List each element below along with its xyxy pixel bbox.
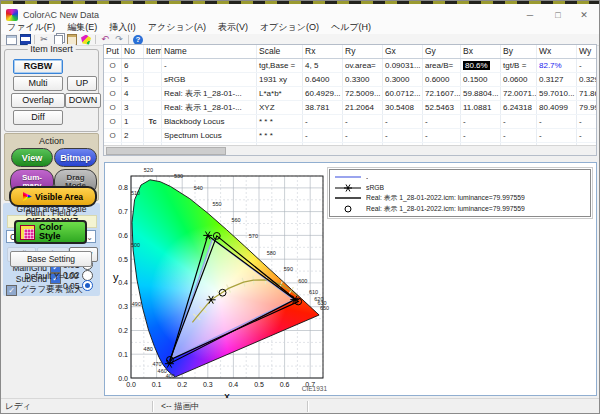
cell-gx: 0.3000 xyxy=(383,73,423,86)
grid-step-radio-0.05[interactable] xyxy=(82,280,93,291)
hscrollbar-thumb[interactable] xyxy=(106,147,226,155)
column-header-gx[interactable]: Gx xyxy=(383,45,423,58)
svg-text:580: 580 xyxy=(267,250,276,256)
svg-text:650: 650 xyxy=(320,305,329,311)
action-view-button[interactable]: View xyxy=(11,148,53,167)
column-header-put[interactable]: Put xyxy=(104,45,122,58)
svg-text:500: 500 xyxy=(131,242,140,248)
zoom-row: ✓ グラフ要素 拡大 xyxy=(6,284,82,296)
svg-text:590: 590 xyxy=(284,266,293,272)
cell-gx: 60.0712... xyxy=(383,87,423,100)
menu-item-2[interactable]: 挿入(I) xyxy=(103,21,142,34)
column-header-gy[interactable]: Gy xyxy=(423,45,461,58)
paint-field-label: Paint : Field 2 xyxy=(1,208,102,218)
svg-text:550: 550 xyxy=(212,201,221,207)
plot-toggle[interactable]: O xyxy=(104,87,122,100)
item-insert-multi-button[interactable]: Multi xyxy=(13,76,63,91)
menu-item-4[interactable]: 表示(V) xyxy=(212,21,254,34)
cell-ry: 21.2064 xyxy=(343,101,383,114)
cell-wx: 59.7010... xyxy=(537,87,577,100)
column-header-wx[interactable]: Wx xyxy=(537,45,577,58)
action-bitmap-button[interactable]: Bitmap xyxy=(54,148,97,167)
table-row[interactable]: O6-tgt,Base =4, 5ov.area=0.09031...area/… xyxy=(104,59,596,73)
cell-no: 3 xyxy=(122,101,144,114)
legend-label: Real: 表示 1_28-01-2022.icm: luminance=79.… xyxy=(366,204,525,214)
cell-gy: 52.5463 xyxy=(423,101,461,114)
item-dots-red-icon xyxy=(144,87,162,100)
cell-wx: 0.3127 xyxy=(537,73,577,86)
table-hscrollbar[interactable] xyxy=(104,145,596,155)
colorac-window: ColorAC New Data ─ □ ✕ ファイル(F)編集(E)挿入(I)… xyxy=(0,0,600,414)
visible-area-label: Visible Area xyxy=(35,192,83,202)
cell-by: 72.0071... xyxy=(501,87,537,100)
svg-text:560: 560 xyxy=(231,217,240,223)
table-row[interactable]: O2Spectrum Locus* * *-------- xyxy=(104,129,596,143)
plot-toggle[interactable]: O xyxy=(104,73,122,86)
chart-legend: - sRGB Real: 表示 1_28-01-2022.icm: lumina… xyxy=(329,169,591,217)
cell-name: Real: 表示 1_28-01-... xyxy=(162,87,257,100)
new-window-icon[interactable] xyxy=(4,34,18,45)
toolbar-separator xyxy=(95,35,96,44)
visible-area-button[interactable]: Visible Area xyxy=(9,186,97,207)
plot-toggle[interactable]: O xyxy=(104,129,122,142)
plot-toggle[interactable]: O xyxy=(104,115,122,128)
zoom-checkbox[interactable]: ✓ xyxy=(6,285,17,296)
column-header-ry[interactable]: Ry xyxy=(343,45,383,58)
cell-wx: 82.7% xyxy=(537,59,577,72)
table-row[interactable]: O5sRGB1931 xy0.64000.33000.30000.60000.1… xyxy=(104,73,596,87)
close-button[interactable]: ✕ xyxy=(571,8,597,22)
column-header-rx[interactable]: Rx xyxy=(303,45,343,58)
minimize-button[interactable]: ─ xyxy=(517,8,543,22)
item-insert-diff-button[interactable]: Diff xyxy=(13,110,63,125)
column-header-by[interactable]: By xyxy=(501,45,537,58)
plot-toggle[interactable]: O xyxy=(104,101,122,114)
color-style-button[interactable]: Color Style xyxy=(14,220,87,244)
base-setting-button[interactable]: Base Setting xyxy=(10,251,92,267)
item-down-button[interactable]: DOWN xyxy=(65,93,101,108)
cell-rx: - xyxy=(303,115,343,128)
legend-item: Real: 表示 1_28-01-2022.icm: luminance=79.… xyxy=(333,193,587,204)
svg-text:480: 480 xyxy=(144,346,153,352)
cell-scale: * * * xyxy=(257,115,303,128)
menu-item-0[interactable]: ファイル(F) xyxy=(1,21,61,34)
maximize-button[interactable]: □ xyxy=(545,8,571,22)
cell-by: - xyxy=(501,129,537,142)
column-header-name[interactable]: Name xyxy=(162,45,257,58)
menu-item-3[interactable]: アクション(A) xyxy=(142,21,212,34)
cell-gy: area/B= xyxy=(423,59,461,72)
menu-item-5[interactable]: オプション(O) xyxy=(254,21,325,34)
item-up-button[interactable]: UP xyxy=(67,76,97,91)
column-header-wy[interactable]: Wy xyxy=(577,45,597,58)
color-brush-icon[interactable] xyxy=(79,34,93,45)
item-insert-overlap-button[interactable]: Overlap xyxy=(11,93,65,108)
table-row[interactable]: O4Real: 表示 1_28-01-...L*a*b*60.4929...72… xyxy=(104,87,596,101)
item-insert-rgbw-button[interactable]: RGBW xyxy=(13,59,63,74)
column-header-no[interactable]: No xyxy=(122,45,144,58)
cell-ry: ov.area= xyxy=(343,59,383,72)
menu-item-6[interactable]: ヘルプ(H) xyxy=(325,21,377,34)
legend-item: Real: 表示 1_28-01-2022.icm: luminance=79.… xyxy=(333,204,587,215)
cell-bx: 11.0881 xyxy=(461,101,501,114)
column-header-item[interactable]: Item xyxy=(144,45,162,58)
plot-toggle[interactable]: O xyxy=(104,59,122,72)
cell-gy: - xyxy=(423,129,461,142)
svg-text:540: 540 xyxy=(194,185,203,191)
cell-by: 0.0600 xyxy=(501,73,537,86)
cell-bx: 80.6% xyxy=(461,59,501,72)
table-row[interactable]: O3Real: 表示 1_28-01-...XYZ38.78121.206430… xyxy=(104,101,596,115)
cell-name: - xyxy=(162,59,257,72)
cell-bx: 59.8804... xyxy=(461,87,501,100)
column-header-scale[interactable]: Scale xyxy=(257,45,303,58)
menu-item-1[interactable]: 編集(E) xyxy=(61,21,103,34)
svg-text:400: 400 xyxy=(166,373,175,379)
table-row[interactable]: O1TcBlackbody Locus* * *-------- xyxy=(104,115,596,129)
column-header-bx[interactable]: Bx xyxy=(461,45,501,58)
item-dots-blue-icon xyxy=(144,73,162,86)
cell-wy: 0.3290 xyxy=(577,73,597,86)
cell-rx: 60.4929... xyxy=(303,87,343,100)
sidebar: Item Insert RGBWMultiOverlapDiffUPDOWN A… xyxy=(1,46,102,398)
toolbar-separator xyxy=(34,35,35,44)
cell-bx: - xyxy=(461,115,501,128)
default-y-label: Default Y=100 xyxy=(1,271,102,281)
cell-gy: - xyxy=(423,115,461,128)
